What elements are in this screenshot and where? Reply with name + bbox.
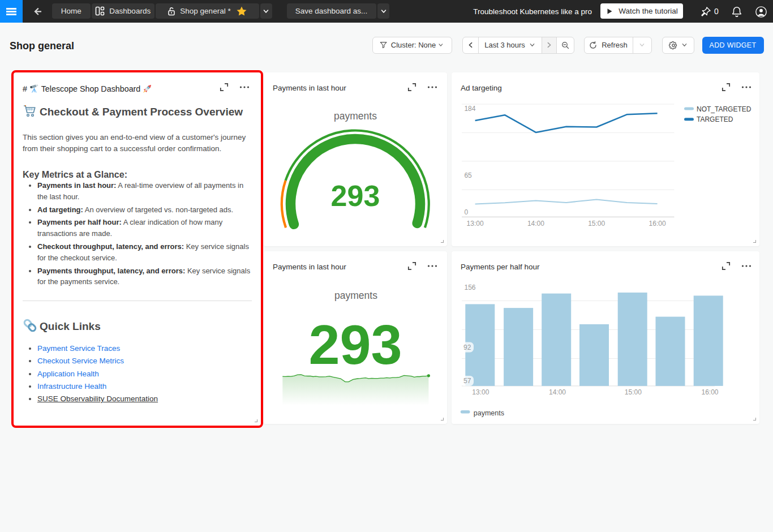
- svg-text:15:00: 15:00: [588, 220, 605, 228]
- svg-text:184: 184: [464, 105, 475, 113]
- svg-text:293: 293: [308, 312, 402, 375]
- svg-text:92: 92: [463, 344, 471, 351]
- svg-text:16:00: 16:00: [649, 220, 666, 228]
- svg-text:payments: payments: [334, 290, 377, 301]
- svg-text:payments: payments: [334, 110, 377, 122]
- svg-text:15:00: 15:00: [625, 388, 642, 396]
- svg-text:57: 57: [463, 377, 471, 385]
- svg-text:156: 156: [465, 283, 476, 291]
- svg-text:NOT_TARGETED: NOT_TARGETED: [697, 105, 751, 113]
- svg-text:13:00: 13:00: [467, 220, 484, 228]
- svg-text:16:00: 16:00: [701, 388, 718, 396]
- svg-text:293: 293: [331, 179, 380, 212]
- svg-text:14:00: 14:00: [527, 220, 544, 228]
- svg-text:TARGETED: TARGETED: [697, 115, 733, 123]
- svg-text:14:00: 14:00: [549, 388, 566, 396]
- svg-text:13:00: 13:00: [472, 388, 489, 396]
- svg-text:0: 0: [464, 208, 468, 216]
- svg-text:payments: payments: [474, 409, 504, 417]
- svg-text:65: 65: [464, 171, 472, 179]
